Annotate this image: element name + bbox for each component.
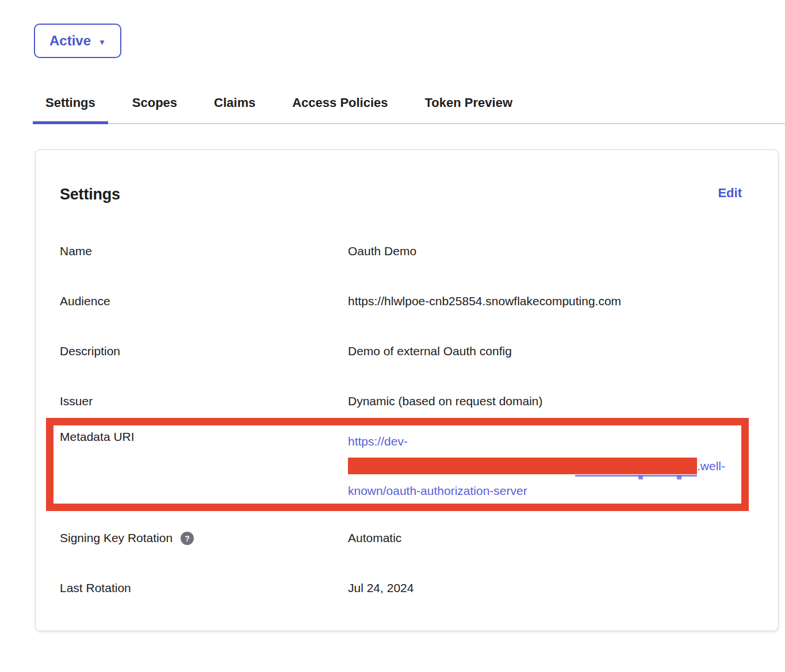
status-dropdown-button[interactable]: Active ▼ — [34, 24, 121, 58]
field-label-with-help: Signing Key Rotation ? — [60, 530, 348, 546]
tab-label: Scopes — [132, 95, 177, 110]
field-label: Signing Key Rotation — [60, 530, 173, 546]
metadata-uri-line1[interactable]: https://dev- — [348, 429, 741, 454]
field-value: Demo of external Oauth config — [348, 343, 742, 359]
tab-scopes[interactable]: Scopes — [120, 91, 190, 123]
tab-token-preview[interactable]: Token Preview — [412, 91, 525, 123]
edit-button[interactable]: Edit — [718, 186, 742, 201]
field-row-description: Description Demo of external Oauth confi… — [60, 343, 742, 359]
field-label: Last Rotation — [60, 580, 348, 596]
field-value: Dynamic (based on request domain) — [348, 393, 742, 409]
tab-label: Claims — [214, 95, 255, 110]
field-value: Automatic — [348, 530, 742, 546]
active-tab-indicator — [33, 121, 108, 124]
field-label: Issuer — [60, 393, 348, 409]
field-label: Name — [60, 243, 348, 259]
field-row-name: Name Oauth Demo — [60, 243, 742, 259]
metadata-uri-line3[interactable]: known/oauth-authorization-server — [348, 478, 741, 503]
metadata-uri-link[interactable]: https://dev- .well- known/oauth-authoriz… — [348, 429, 741, 503]
field-value: Jul 24, 2024 — [348, 580, 742, 596]
field-value: https://hlwlpoe-cnb25854.snowflakecomput… — [348, 293, 742, 309]
annotation-highlight-box: Metadata URI https://dev- .well- known/o… — [46, 418, 749, 511]
tab-settings[interactable]: Settings — [33, 91, 108, 123]
tab-label: Access Policies — [292, 95, 388, 110]
redacted-text-descender — [677, 475, 681, 479]
settings-card-header: Settings Edit — [60, 186, 742, 203]
tab-access-policies[interactable]: Access Policies — [279, 91, 400, 123]
redacted-text-descender — [638, 475, 643, 479]
status-dropdown-label: Active — [49, 33, 91, 49]
tab-label: Settings — [45, 95, 95, 110]
field-row-last-rotation: Last Rotation Jul 24, 2024 — [60, 580, 742, 596]
card-title: Settings — [60, 186, 120, 203]
tab-claims[interactable]: Claims — [201, 91, 268, 123]
field-row-signing-key-rotation: Signing Key Rotation ? Automatic — [60, 530, 742, 546]
metadata-uri-line2: .well- — [348, 454, 741, 478]
metadata-uri-line2-suffix[interactable]: .well- — [697, 458, 725, 474]
redaction-overlay — [348, 458, 697, 474]
tab-bar: Settings Scopes Claims Access Policies T… — [33, 91, 785, 124]
chevron-down-icon: ▼ — [98, 39, 106, 46]
help-icon[interactable]: ? — [181, 532, 194, 545]
field-label: Audience — [60, 293, 348, 309]
tab-label: Token Preview — [425, 95, 512, 110]
field-row-issuer: Issuer Dynamic (based on request domain) — [60, 393, 742, 409]
field-row-metadata-uri: Metadata URI https://dev- .well- known/o… — [60, 429, 741, 503]
field-value: Oauth Demo — [348, 243, 742, 259]
field-label: Metadata URI — [60, 429, 348, 445]
field-row-audience: Audience https://hlwlpoe-cnb25854.snowfl… — [60, 293, 742, 309]
field-label: Description — [60, 343, 348, 359]
settings-card: Settings Edit Name Oauth Demo Audience h… — [35, 149, 779, 631]
